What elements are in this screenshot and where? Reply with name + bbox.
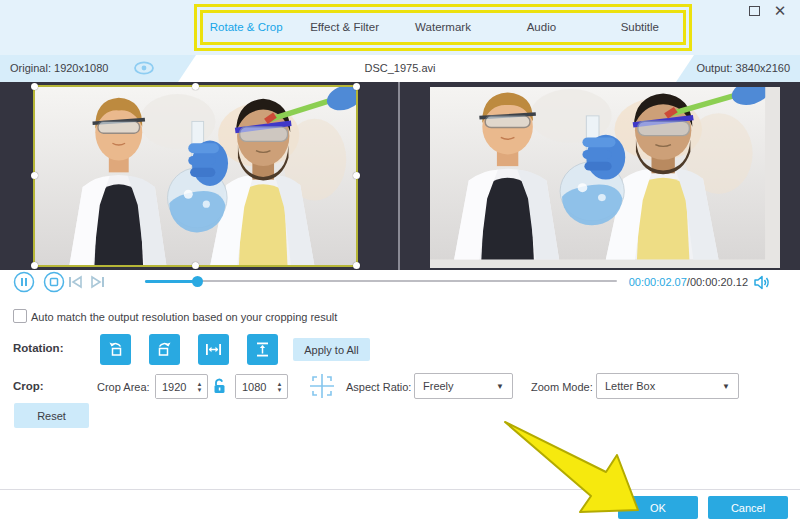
file-name: DSC_1975.avi (0, 62, 800, 74)
rotate-right-button[interactable] (149, 334, 180, 365)
output-video-preview (430, 87, 780, 268)
flip-horizontal-icon (204, 340, 223, 359)
rotation-label: Rotation: (13, 342, 63, 354)
crop-width-input[interactable] (156, 375, 192, 398)
crop-handle-ml[interactable] (31, 172, 38, 179)
total-time: /00:00:20.12 (687, 276, 748, 288)
rotate-right-icon (155, 340, 174, 359)
seek-slider-thumb[interactable] (192, 276, 203, 287)
apply-to-all-button[interactable]: Apply to All (293, 338, 370, 361)
zoom-mode-value: Letter Box (605, 380, 655, 392)
crop-handle-tr[interactable] (353, 83, 360, 90)
footer-divider (0, 489, 800, 490)
rotate-left-icon (106, 340, 125, 359)
crop-label: Crop: (13, 380, 44, 392)
crop-selection-box[interactable] (33, 85, 358, 267)
crop-handle-br[interactable] (353, 262, 360, 269)
center-crosshair-icon[interactable] (308, 372, 336, 400)
rotate-left-button[interactable] (100, 334, 131, 365)
seek-slider-fill (145, 280, 197, 283)
cancel-button[interactable]: Cancel (708, 496, 788, 519)
zoom-mode-select[interactable]: Letter Box ▼ (596, 373, 739, 399)
aspect-ratio-value: Freely (423, 380, 454, 392)
volume-icon[interactable] (753, 274, 771, 291)
annotation-highlight-box (194, 4, 692, 51)
auto-match-checkbox[interactable] (13, 309, 27, 323)
preview-divider (398, 82, 400, 270)
aspect-ratio-label: Aspect Ratio: (346, 381, 411, 393)
crop-handle-bl[interactable] (31, 262, 38, 269)
current-time: 00:00:02.07 (629, 276, 687, 288)
reset-button[interactable]: Reset (14, 403, 89, 428)
chevron-down-icon: ▼ (722, 382, 730, 391)
chevron-down-icon: ▼ (496, 382, 504, 391)
aspect-ratio-select[interactable]: Freely ▼ (414, 373, 513, 399)
flip-vertical-icon (253, 340, 272, 359)
lock-ratio-icon[interactable] (211, 377, 228, 395)
next-frame-button[interactable] (90, 275, 105, 289)
flip-horizontal-button[interactable] (198, 334, 229, 365)
output-resolution-label: Output: 3840x2160 (696, 62, 790, 74)
crop-width-arrows[interactable]: ▲▼ (192, 375, 207, 398)
pause-button[interactable] (13, 271, 35, 293)
stop-button[interactable] (43, 271, 65, 293)
crop-handle-bm[interactable] (192, 262, 199, 269)
seek-slider[interactable] (145, 280, 617, 282)
annotation-highlight-box-inner (200, 10, 686, 45)
crop-handle-tl[interactable] (31, 83, 38, 90)
flip-vertical-button[interactable] (247, 334, 278, 365)
crop-height-arrows[interactable]: ▲▼ (272, 375, 287, 398)
ok-button[interactable]: OK (618, 496, 698, 519)
time-display: 00:00:02.07/00:00:20.12 (600, 276, 748, 288)
maximize-icon (749, 6, 760, 16)
auto-match-label: Auto match the output resolution based o… (31, 311, 337, 323)
crop-handle-tm[interactable] (192, 83, 199, 90)
maximize-button[interactable] (744, 2, 764, 20)
zoom-mode-label: Zoom Mode: (531, 381, 593, 393)
previous-frame-button[interactable] (68, 275, 83, 289)
crop-height-stepper: ▲▼ (235, 374, 288, 399)
crop-height-input[interactable] (236, 375, 272, 398)
crop-handle-mr[interactable] (353, 172, 360, 179)
crop-area-label: Crop Area: (97, 381, 150, 393)
close-button[interactable]: ✕ (770, 2, 790, 20)
crop-width-stepper: ▲▼ (155, 374, 208, 399)
